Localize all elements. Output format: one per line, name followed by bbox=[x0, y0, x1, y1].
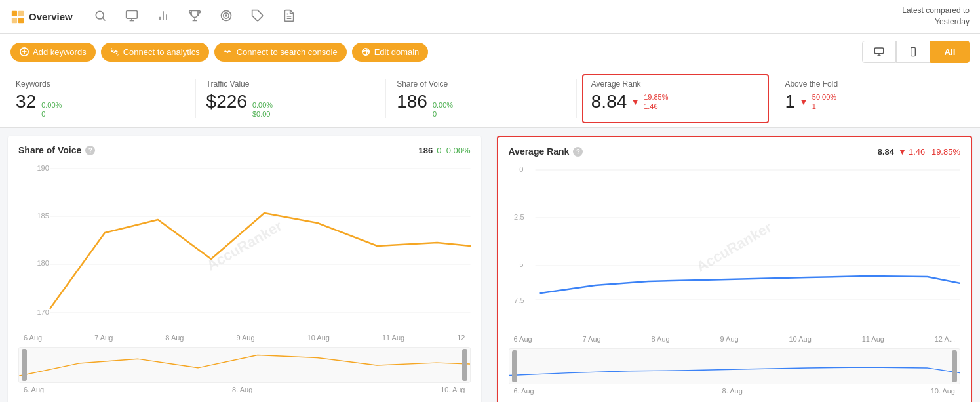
top-nav: Overview bbox=[0, 0, 980, 34]
sov-chart-area: AccuRanker 190 185 180 170 bbox=[18, 161, 471, 331]
above-fold-arrow: ▼ bbox=[799, 96, 808, 107]
avg-rank-label: Average Rank bbox=[591, 79, 760, 89]
avg-rank-chart-stats: 8.84 ▼ 1.46 19.85% bbox=[878, 147, 960, 157]
avg-rank-help-icon[interactable]: ? bbox=[573, 147, 583, 157]
bar-chart-icon bbox=[157, 9, 170, 22]
svg-text:0: 0 bbox=[519, 165, 523, 173]
svg-text:7.5: 7.5 bbox=[514, 296, 524, 304]
svg-point-4 bbox=[96, 11, 104, 19]
keywords-stat: Keywords 32 0.00% 0 bbox=[16, 79, 196, 118]
avg-rank-mini-handle-right[interactable] bbox=[952, 350, 957, 382]
device-desktop-button[interactable] bbox=[862, 41, 896, 63]
avg-rank-chart-svg: 0 2.5 5 7.5 bbox=[509, 162, 961, 332]
sov-value: 186 bbox=[397, 91, 427, 112]
device-selector: All bbox=[862, 41, 970, 63]
svg-rect-2 bbox=[12, 17, 17, 22]
svg-point-14 bbox=[225, 15, 227, 16]
sov-mini-handle-right[interactable] bbox=[462, 349, 467, 381]
above-fold-stat: Above the Fold 1 ▼ 50.00% 1 bbox=[774, 79, 964, 118]
sov-chart-value: 186 bbox=[418, 146, 433, 155]
analytics-icon bbox=[110, 47, 119, 56]
sov-x-axis: 6 Aug 7 Aug 8 Aug 9 Aug 10 Aug 11 Aug 12 bbox=[18, 331, 471, 342]
action-bar: Add keywords Connect to analytics Connec… bbox=[0, 34, 980, 70]
svg-text:170: 170 bbox=[37, 308, 49, 316]
sov-chart-stats: 186 0 0.00% bbox=[418, 146, 470, 155]
monitor-icon bbox=[125, 9, 138, 22]
svg-rect-3 bbox=[18, 17, 24, 22]
nav-title: Overview bbox=[29, 11, 73, 22]
nav-tab-trophy[interactable] bbox=[180, 0, 209, 34]
keywords-label: Keywords bbox=[16, 79, 185, 89]
compare-label: Latest compared to Yesterday bbox=[902, 5, 970, 28]
sov-chart-header: Share of Voice ? 186 0 0.00% bbox=[18, 145, 471, 155]
connect-analytics-button[interactable]: Connect to analytics bbox=[101, 43, 209, 62]
mobile-icon bbox=[908, 47, 918, 57]
sov-chart-panel: Share of Voice ? 186 0 0.00% AccuRanker … bbox=[8, 136, 481, 402]
stats-row: Keywords 32 0.00% 0 Traffic Value $226 0… bbox=[0, 70, 980, 128]
nav-tab-chart[interactable] bbox=[149, 0, 178, 34]
trophy-icon bbox=[188, 9, 201, 22]
sov-stat: Share of Voice 186 0.00% 0 bbox=[386, 79, 577, 118]
avg-rank-chart-title: Average Rank ? bbox=[509, 146, 583, 157]
avg-rank-mini-svg bbox=[509, 349, 960, 384]
device-all-button[interactable]: All bbox=[930, 41, 970, 63]
svg-text:180: 180 bbox=[37, 259, 49, 267]
avg-rank-stat: Average Rank 8.84 ▼ 19.85% 1.46 bbox=[582, 74, 770, 123]
avg-rank-chart-value: 8.84 bbox=[878, 147, 894, 157]
avg-rank-mini-handle-left[interactable] bbox=[512, 350, 517, 382]
keywords-value: 32 bbox=[16, 91, 36, 112]
avg-rank-mini-x-axis: 6. Aug 8. Aug 10. Aug bbox=[509, 384, 961, 395]
avg-rank-arrow-icon: ▼ bbox=[898, 147, 907, 157]
nav-logo: Overview bbox=[10, 10, 73, 24]
traffic-pct: 0.00% bbox=[252, 101, 273, 109]
above-fold-value: 1 bbox=[785, 91, 795, 112]
logo-icon bbox=[10, 10, 25, 24]
sov-pct: 0.00% bbox=[433, 101, 453, 109]
device-mobile-button[interactable] bbox=[896, 41, 930, 63]
desktop-icon bbox=[874, 47, 884, 57]
sov-mini-handle-left[interactable] bbox=[22, 349, 27, 381]
avg-rank-mini-chart[interactable] bbox=[509, 348, 961, 384]
svg-line-5 bbox=[102, 18, 105, 21]
svg-rect-0 bbox=[12, 10, 17, 16]
sov-mini-x-axis: 6. Aug 8. Aug 10. Aug bbox=[18, 383, 471, 393]
avg-rank-chart-header: Average Rank ? 8.84 ▼ 1.46 19.85% bbox=[509, 146, 961, 157]
add-keywords-button[interactable]: Add keywords bbox=[10, 43, 96, 62]
traffic-num: $0.00 bbox=[252, 110, 273, 118]
avg-rank-x-axis: 6 Aug 7 Aug 8 Aug 9 Aug 10 Aug 11 Aug 12… bbox=[509, 332, 961, 343]
tags-icon bbox=[251, 9, 264, 22]
target-icon bbox=[220, 9, 233, 22]
traffic-value: $226 bbox=[206, 91, 247, 112]
svg-text:190: 190 bbox=[37, 164, 49, 172]
svg-rect-23 bbox=[874, 48, 883, 54]
svg-text:2.5: 2.5 bbox=[514, 213, 524, 221]
avg-rank-chart-area: AccuRanker 0 2.5 5 7.5 bbox=[509, 162, 961, 332]
nav-tab-tags[interactable] bbox=[243, 0, 272, 34]
nav-tab-display[interactable] bbox=[117, 0, 146, 34]
sov-chart-change: 0 0.00% bbox=[437, 146, 470, 155]
avg-rank-pct: 19.85% bbox=[644, 93, 668, 101]
svg-rect-6 bbox=[126, 11, 137, 19]
sov-chart-title: Share of Voice ? bbox=[18, 145, 95, 155]
svg-rect-1 bbox=[18, 10, 24, 16]
nav-tab-notes[interactable] bbox=[275, 0, 304, 34]
edit-domain-icon bbox=[361, 47, 370, 56]
avg-rank-chart-panel: Average Rank ? 8.84 ▼ 1.46 19.85% AccuRa… bbox=[497, 136, 973, 402]
sov-num: 0 bbox=[433, 110, 453, 118]
svg-text:185: 185 bbox=[37, 212, 49, 220]
nav-tab-target[interactable] bbox=[212, 0, 241, 34]
sov-help-icon[interactable]: ? bbox=[85, 146, 95, 155]
avg-rank-arrow: ▼ bbox=[631, 96, 640, 107]
nav-tab-search[interactable] bbox=[86, 0, 115, 34]
above-fold-label: Above the Fold bbox=[785, 79, 954, 89]
avg-rank-chart-change: ▼ 1.46 19.85% bbox=[898, 147, 960, 157]
sov-mini-chart[interactable] bbox=[18, 347, 471, 383]
avg-rank-value: 8.84 bbox=[591, 91, 627, 112]
edit-domain-button[interactable]: Edit domain bbox=[352, 43, 429, 62]
above-fold-num: 1 bbox=[812, 102, 836, 110]
sov-chart-svg: 190 185 180 170 bbox=[18, 161, 471, 331]
traffic-label: Traffic Value bbox=[206, 79, 376, 89]
avg-rank-num: 1.46 bbox=[644, 102, 668, 110]
connect-search-console-button[interactable]: Connect to search console bbox=[214, 43, 347, 62]
sov-mini-svg bbox=[19, 348, 470, 382]
